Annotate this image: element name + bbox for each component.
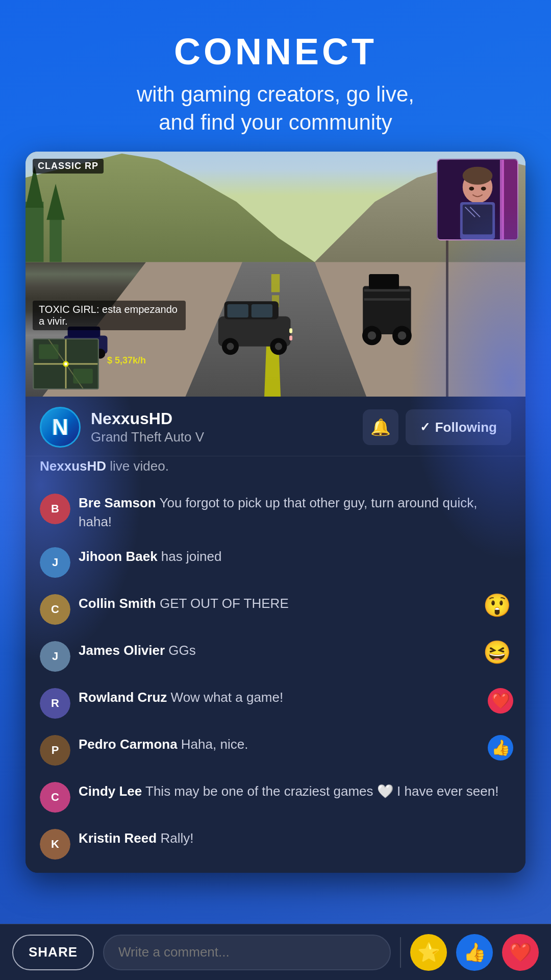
game-subtitles: TOXIC GIRL: esta empezando a vivir. bbox=[33, 301, 186, 330]
svg-rect-30 bbox=[364, 298, 410, 301]
avatar: C bbox=[40, 782, 70, 813]
comment-body: Wow what a game! bbox=[171, 690, 284, 705]
speed-display: $ 5,37k/h bbox=[107, 355, 146, 366]
avatar-circle: K bbox=[40, 829, 70, 860]
stream-info-bar: NexxusHD Grand Theft Auto V 🔔 ✓ Followin… bbox=[26, 397, 525, 456]
person-svg bbox=[438, 160, 517, 239]
avatar-circle: P bbox=[40, 735, 70, 766]
reaction-emoji: 😲 bbox=[483, 594, 511, 617]
svg-point-28 bbox=[398, 331, 407, 340]
comment-text: Collin Smith GET OUT OF THERE bbox=[79, 594, 511, 612]
svg-rect-5 bbox=[49, 214, 62, 262]
main-title: CONNECT bbox=[20, 31, 531, 72]
svg-rect-3 bbox=[26, 202, 43, 262]
comment-input[interactable] bbox=[103, 935, 391, 970]
minimap bbox=[33, 338, 99, 389]
comment-author: Kristin Reed bbox=[79, 830, 157, 846]
svg-rect-43 bbox=[500, 160, 504, 239]
stream-actions: 🔔 ✓ Following bbox=[363, 409, 511, 445]
svg-rect-15 bbox=[228, 304, 248, 317]
svg-point-19 bbox=[227, 343, 234, 350]
svg-rect-24 bbox=[369, 274, 399, 289]
comment-body: This may be one of the craziest games 🤍 … bbox=[145, 783, 498, 799]
star-button[interactable]: ⭐ bbox=[410, 934, 447, 971]
comment-item: R Rowland Cruz Wow what a game! ❤️ bbox=[26, 680, 525, 727]
avatar-circle: C bbox=[40, 782, 70, 813]
main-subtitle: with gaming creators, go live,and find y… bbox=[20, 81, 531, 136]
minimap-svg bbox=[34, 339, 98, 388]
comment-author: Rowland Cruz bbox=[79, 690, 167, 705]
reaction-emoji: 😆 bbox=[483, 641, 511, 664]
avatar-circle: B bbox=[40, 494, 70, 524]
svg-point-58 bbox=[64, 362, 67, 365]
like-button[interactable]: 👍 bbox=[456, 934, 493, 971]
comment-author: Cindy Lee bbox=[79, 783, 142, 799]
game-screenshot[interactable]: CLASSIC RP bbox=[26, 152, 525, 397]
comment-text: Kristin Reed Rally! bbox=[79, 829, 511, 847]
svg-rect-16 bbox=[252, 304, 272, 317]
comment-text: Bre Samson You forgot to pick up that ot… bbox=[79, 494, 511, 531]
comment-item: C Collin Smith GET OUT OF THERE 😲 bbox=[26, 586, 525, 633]
streamer-name-inline: NexxusHD bbox=[40, 458, 106, 474]
comment-text: James Olivier GGs bbox=[79, 641, 511, 659]
comment-item: B Bre Samson You forgot to pick up that … bbox=[26, 485, 525, 539]
comment-body: has joined bbox=[161, 549, 222, 564]
following-button[interactable]: ✓ Following bbox=[406, 409, 511, 445]
svg-point-27 bbox=[368, 331, 377, 340]
comment-text: Rowland Cruz Wow what a game! bbox=[79, 688, 511, 706]
avatar-circle: J bbox=[40, 641, 70, 672]
stream-card: CLASSIC RP bbox=[26, 152, 525, 873]
svg-point-20 bbox=[275, 343, 282, 350]
svg-point-52 bbox=[481, 187, 486, 191]
comment-text: Pedro Carmona Haha, nice. bbox=[79, 735, 511, 753]
comment-author: Jihoon Baek bbox=[79, 549, 158, 564]
comment-author: Collin Smith bbox=[79, 596, 156, 611]
comment-item: K Kristin Reed Rally! bbox=[26, 821, 525, 868]
svg-point-46 bbox=[463, 167, 493, 185]
check-icon: ✓ bbox=[420, 420, 430, 434]
like-icon: 👍 bbox=[463, 942, 486, 963]
share-button[interactable]: SHARE bbox=[12, 935, 94, 970]
game-title: Grand Theft Auto V bbox=[91, 429, 353, 445]
comment-item: J James Olivier GGs 😆 bbox=[26, 633, 525, 680]
comments-section: B Bre Samson You forgot to pick up that … bbox=[26, 480, 525, 873]
svg-rect-59 bbox=[39, 345, 58, 359]
svg-rect-29 bbox=[364, 289, 410, 292]
game-label: CLASSIC RP bbox=[33, 159, 104, 174]
svg-rect-42 bbox=[503, 160, 517, 239]
avatar-circle: C bbox=[40, 594, 70, 625]
svg-point-51 bbox=[469, 187, 474, 191]
comment-body: GET OUT OF THERE bbox=[160, 596, 289, 611]
avatar: K bbox=[40, 829, 70, 860]
svg-rect-22 bbox=[289, 336, 292, 340]
heart-button[interactable]: ❤️ bbox=[502, 934, 539, 971]
minimap-content bbox=[34, 339, 98, 388]
reaction-emoji: 👍 bbox=[488, 735, 513, 761]
svg-rect-60 bbox=[73, 369, 92, 384]
comment-body: Rally! bbox=[160, 830, 193, 846]
comment-text: Cindy Lee This may be one of the crazies… bbox=[79, 782, 511, 800]
webcam-overlay bbox=[437, 159, 518, 240]
avatar: J bbox=[40, 547, 70, 578]
comment-author: Bre Samson bbox=[79, 495, 156, 510]
svg-rect-21 bbox=[289, 328, 292, 333]
comment-item: C Cindy Lee This may be one of the crazi… bbox=[26, 774, 525, 821]
comment-author: Pedro Carmona bbox=[79, 737, 178, 752]
avatar-circle: R bbox=[40, 688, 70, 719]
streamer-avatar bbox=[40, 407, 81, 448]
star-icon: ⭐ bbox=[417, 942, 440, 963]
comment-item: P Pedro Carmona Haha, nice. 👍 bbox=[26, 727, 525, 774]
following-label: Following bbox=[435, 420, 497, 435]
svg-rect-9 bbox=[271, 274, 280, 292]
bell-icon: 🔔 bbox=[370, 418, 391, 437]
avatar-circle: J bbox=[40, 547, 70, 578]
notification-bell-button[interactable]: 🔔 bbox=[363, 409, 398, 445]
divider bbox=[400, 937, 401, 968]
live-text-content: live video. bbox=[110, 458, 169, 474]
comment-item: J Jihoon Baek has joined bbox=[26, 539, 525, 586]
avatar: B bbox=[40, 494, 70, 524]
bottom-action-bar: SHARE ⭐ 👍 ❤️ bbox=[0, 924, 551, 980]
live-text: NexxusHD live video. bbox=[26, 456, 525, 480]
comment-author: James Olivier bbox=[79, 643, 165, 658]
streamer-name: NexxusHD bbox=[91, 409, 353, 428]
